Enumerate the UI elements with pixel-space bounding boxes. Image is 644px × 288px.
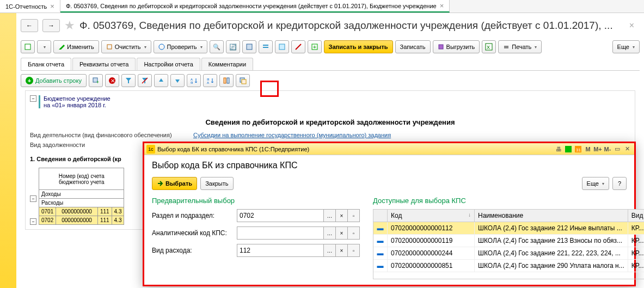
m-button[interactable]: M xyxy=(583,144,593,154)
expand-icon[interactable]: − xyxy=(30,218,36,225)
collapse-icon[interactable]: − xyxy=(30,95,36,102)
columns-icon[interactable] xyxy=(219,74,234,87)
help-button[interactable]: ? xyxy=(612,177,627,190)
disable-icon[interactable] xyxy=(291,40,305,53)
m-minus-button[interactable]: M- xyxy=(603,144,612,154)
expand-icon[interactable]: − xyxy=(30,195,36,202)
export-button[interactable]: Выгрузить xyxy=(433,40,480,53)
new-button[interactable] xyxy=(21,40,35,53)
close-icon[interactable]: × xyxy=(440,2,444,10)
group-expenses[interactable]: Расходы xyxy=(39,199,124,207)
close-icon[interactable]: × xyxy=(629,21,634,30)
clear-button[interactable]: × xyxy=(336,209,348,222)
svg-rect-0 xyxy=(25,44,30,50)
add-icon[interactable]: + xyxy=(308,40,322,53)
clear-button[interactable]: × xyxy=(336,226,348,240)
table-row[interactable]: 0701 0000000000 111 4.3 xyxy=(39,207,124,216)
import-icon[interactable] xyxy=(242,40,256,53)
group-income[interactable]: Доходы xyxy=(39,190,124,199)
open-button[interactable]: ▫ xyxy=(348,226,360,240)
right-col-header: Доступные для выбора КПС xyxy=(373,197,644,205)
col-type[interactable]: Вид xyxy=(628,210,644,222)
save-close-button[interactable]: Записать и закрыть xyxy=(324,40,393,53)
grid-row[interactable]: ▬ 07020000000000112 ШКОЛА (2,4) Гос зада… xyxy=(373,222,644,235)
row-icon: ▬ xyxy=(373,235,388,247)
copy-icon[interactable] xyxy=(236,74,250,87)
filter-off-icon[interactable] xyxy=(138,74,152,87)
clear-button[interactable]: × xyxy=(336,244,348,257)
m-plus-button[interactable]: M+ xyxy=(593,144,603,154)
grid-icon[interactable] xyxy=(563,144,573,154)
minimize-icon[interactable]: ▭ xyxy=(612,144,622,154)
edit-button[interactable]: Изменить xyxy=(53,40,99,53)
kps-picker-modal: 1c Выбор кода БК из справочника КПС (1С:… xyxy=(143,142,636,286)
print-icon[interactable]: 🖶 xyxy=(554,144,563,154)
more-button[interactable]: Еще▾ xyxy=(582,177,609,190)
svg-rect-10 xyxy=(439,45,443,49)
grid-row[interactable]: ▬ 07020000000000119 ШКОЛА (2,4) Гос зада… xyxy=(373,235,644,247)
more-button[interactable]: Еще▾ xyxy=(612,40,640,53)
copy-row-icon[interactable]: + xyxy=(89,74,103,87)
section-input[interactable] xyxy=(237,209,324,222)
code-cell-highlighted[interactable]: 0000000000 xyxy=(56,207,98,216)
activity-value[interactable]: Субсидии на выполнение государственного … xyxy=(193,132,391,138)
analytic-input[interactable] xyxy=(237,226,324,240)
grid-row[interactable]: ▬ 07020000000000244 ШКОЛА (2,4) Гос зада… xyxy=(373,247,644,260)
report-title: Сведения по дебиторской и кредиторской з… xyxy=(30,118,630,126)
ellipsis-button[interactable]: … xyxy=(324,226,336,240)
back-button[interactable]: ← xyxy=(21,19,38,32)
save-button[interactable]: Записать xyxy=(395,40,431,53)
ellipsis-button[interactable]: … xyxy=(324,209,336,222)
window-tabs: 1С-Отчетность × Ф. 0503769, Сведения по … xyxy=(0,0,644,13)
select-button[interactable]: Выбрать xyxy=(152,177,197,190)
excel-icon[interactable]: X xyxy=(482,40,496,53)
rows-icon[interactable] xyxy=(259,40,273,53)
sort-desc-icon[interactable]: ЯА xyxy=(203,74,217,87)
modal-title: Выбор кода БК из справочника КПС xyxy=(152,161,627,170)
col-code[interactable]: Код↓ xyxy=(388,210,475,222)
svg-text:✕: ✕ xyxy=(111,78,115,84)
tab-reporting[interactable]: 1С-Отчетность × xyxy=(0,0,60,13)
move-up-icon[interactable] xyxy=(154,74,168,87)
expense-type-input[interactable] xyxy=(237,244,324,257)
print-button[interactable]: Печать▾ xyxy=(498,40,542,53)
dropdown-button[interactable]: ▾ xyxy=(37,40,51,53)
search-icon[interactable]: 🔍 xyxy=(210,40,224,53)
open-button[interactable]: ▫ xyxy=(348,209,360,222)
tab-label: Ф. 0503769, Сведения по дебиторской и кр… xyxy=(66,3,437,9)
modal-header[interactable]: 1c Выбор кода БК из справочника КПС (1С:… xyxy=(144,143,634,155)
tab-requisites[interactable]: Реквизиты отчета xyxy=(72,58,136,70)
forward-button[interactable]: → xyxy=(42,19,60,32)
sort-asc-icon[interactable]: АЯ xyxy=(187,74,201,87)
table-row[interactable]: 0702 0000000000 111 4.3 xyxy=(39,216,124,225)
close-button[interactable]: Закрыть xyxy=(200,177,233,190)
tab-settings[interactable]: Настройки отчета xyxy=(137,58,200,70)
refresh-icon[interactable]: 🔄 xyxy=(226,40,240,53)
svg-rect-4 xyxy=(263,45,268,46)
sub-tabs: Бланк отчета Реквизиты отчета Настройки … xyxy=(21,58,640,71)
svg-text:X: X xyxy=(487,45,490,50)
tab-comments[interactable]: Комментарии xyxy=(201,58,253,70)
check-button[interactable]: Проверить▾ xyxy=(154,40,207,53)
analytic-label: Аналитический код КПС: xyxy=(152,229,234,237)
close-icon[interactable]: ✕ xyxy=(622,144,632,154)
col-name[interactable]: Наименование xyxy=(475,210,628,222)
open-button[interactable]: ▫ xyxy=(348,244,360,257)
vertical-gutter xyxy=(0,13,16,288)
close-icon[interactable]: × xyxy=(50,2,54,10)
tab-form[interactable]: Ф. 0503769, Сведения по дебиторской и кр… xyxy=(60,0,450,13)
activity-label: Вид деятельности (вид финансового обеспе… xyxy=(30,132,193,138)
list-icon[interactable] xyxy=(275,40,289,53)
svg-text:31: 31 xyxy=(576,148,581,152)
move-down-icon[interactable] xyxy=(170,74,185,87)
filter-icon[interactable] xyxy=(121,74,136,87)
add-row-button[interactable]: +Добавить строку xyxy=(21,74,87,87)
ellipsis-button[interactable]: … xyxy=(324,244,336,257)
favorite-icon[interactable]: ★ xyxy=(64,19,75,33)
svg-rect-1 xyxy=(107,45,112,49)
grid-row[interactable]: ▬ 07020000000000851 ШКОЛА (2,4) Гос зада… xyxy=(373,260,644,272)
calendar-icon[interactable]: 31 xyxy=(573,144,583,154)
tab-blank[interactable]: Бланк отчета xyxy=(21,58,71,70)
delete-row-icon[interactable]: ✕ xyxy=(105,74,119,87)
clear-button[interactable]: Очистить▾ xyxy=(101,40,151,53)
